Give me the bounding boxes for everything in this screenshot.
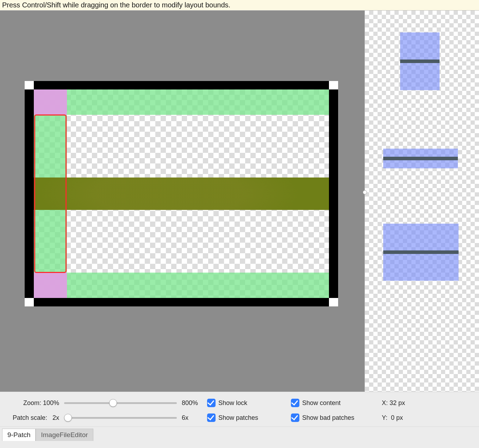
y-coord: Y: 0 px <box>382 414 421 422</box>
show-patches-checkbox[interactable]: Show patches <box>207 413 288 422</box>
patch-scale-label: Patch scale: 2x <box>3 414 59 422</box>
x-coord: X: 32 px <box>382 399 421 407</box>
stretch-overlay-top <box>34 89 329 115</box>
preview-horizontal <box>383 149 458 168</box>
editor-tabs: 9-Patch ImageFileEditor <box>0 427 479 441</box>
stretch-overlay-bottom <box>34 273 329 298</box>
border-bottom[interactable] <box>25 298 338 306</box>
show-content-input[interactable] <box>291 399 299 407</box>
tab-image-file-editor[interactable]: ImageFileEditor <box>36 429 93 441</box>
preview-both <box>383 224 459 281</box>
canvas-panel[interactable] <box>0 11 365 392</box>
show-patches-input[interactable] <box>207 413 216 422</box>
work-area <box>0 11 479 392</box>
show-lock-checkbox[interactable]: Show lock <box>207 399 288 407</box>
corner-pixel <box>329 81 338 89</box>
show-lock-input[interactable] <box>207 399 216 407</box>
patch-scale-slider[interactable] <box>64 417 177 419</box>
nine-patch-canvas[interactable] <box>25 81 338 306</box>
corner-pixel <box>25 81 34 89</box>
zoom-max: 800% <box>182 399 204 407</box>
border-left[interactable] <box>25 81 34 306</box>
border-top[interactable] <box>25 81 338 89</box>
lock-overlay <box>34 273 67 298</box>
show-bad-patches-checkbox[interactable]: Show bad patches <box>291 413 379 422</box>
corner-pixel <box>329 298 338 306</box>
hint-bar: Press Control/Shift while dragging on th… <box>0 0 479 11</box>
zoom-label: Zoom: 100% <box>3 399 59 407</box>
panel-divider-handle[interactable] <box>363 190 367 194</box>
hint-text: Press Control/Shift while dragging on th… <box>2 1 230 9</box>
preview-panel <box>365 11 479 392</box>
lock-overlay <box>34 89 67 115</box>
bitmap-content <box>34 178 329 210</box>
tab-9-patch[interactable]: 9-Patch <box>2 429 36 441</box>
patch-scale-max: 6x <box>182 414 204 422</box>
corner-pixel <box>25 298 34 306</box>
show-content-checkbox[interactable]: Show content <box>291 399 379 407</box>
controls-bar: Zoom: 100% 800% Show lock Show content X… <box>0 392 479 427</box>
border-right[interactable] <box>329 81 338 306</box>
zoom-slider[interactable] <box>64 402 177 404</box>
show-bad-patches-input[interactable] <box>291 413 299 422</box>
preview-vertical <box>400 32 440 90</box>
selection-rect[interactable] <box>34 114 67 273</box>
